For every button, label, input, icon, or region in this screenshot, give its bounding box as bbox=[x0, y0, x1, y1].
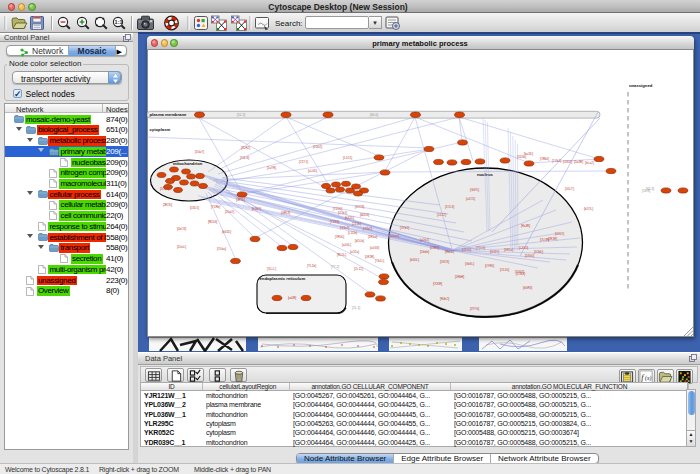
svg-text:[YRGL]: [YRGL] bbox=[335, 235, 344, 239]
svg-text:[bG1D]: [bG1D] bbox=[222, 230, 231, 234]
svg-text:[b2OL]: [b2OL] bbox=[584, 207, 593, 211]
svg-text:[DO1Y]: [DO1Y] bbox=[160, 187, 169, 191]
svg-text:[D3O3]: [D3O3] bbox=[440, 260, 449, 264]
svg-text:[3Raa]: [3Raa] bbox=[368, 235, 377, 239]
svg-text:[DO1Y]: [DO1Y] bbox=[490, 250, 499, 254]
svg-text:[bDLb]: [bDLb] bbox=[355, 239, 364, 243]
svg-text:[a0O1]: [a0O1] bbox=[466, 197, 475, 201]
svg-text:[a0GL]: [a0GL] bbox=[342, 243, 351, 247]
svg-text:[0aaa]: [0aaa] bbox=[390, 234, 399, 238]
svg-text:[0RYD]: [0RYD] bbox=[236, 198, 245, 202]
svg-text:[51.2]: [51.2] bbox=[237, 113, 245, 117]
svg-text:[1aYR]: [1aYR] bbox=[267, 166, 276, 170]
svg-text:[3LLL]: [3LLL] bbox=[267, 267, 276, 271]
svg-text:[Y2D0]: [Y2D0] bbox=[333, 207, 342, 211]
svg-text:[D0aY]: [D0aY] bbox=[195, 150, 204, 154]
svg-text:[YL1b]: [YL1b] bbox=[307, 264, 316, 268]
svg-text:[03D1]: [03D1] bbox=[190, 206, 199, 210]
svg-text:[DRbR]: [DRbR] bbox=[455, 275, 464, 279]
svg-text:[60.0]: [60.0] bbox=[370, 113, 378, 117]
svg-text:[D0aL]: [D0aL] bbox=[177, 245, 186, 249]
svg-text:[3YYG]: [3YYG] bbox=[470, 307, 479, 311]
svg-text:[OODR]: [OODR] bbox=[433, 282, 442, 286]
svg-text:[OLba]: [OLba] bbox=[217, 247, 226, 251]
svg-text:[aL0D]: [aL0D] bbox=[308, 169, 317, 173]
svg-text:[L2GO]: [L2GO] bbox=[519, 246, 528, 250]
svg-text:[GGYL]: [GGYL] bbox=[470, 188, 479, 192]
svg-text:[GRL3]: [GRL3] bbox=[281, 211, 290, 215]
svg-text:[2R1R]: [2R1R] bbox=[548, 237, 557, 241]
svg-text:[a0G3]: [a0G3] bbox=[370, 246, 379, 250]
svg-text:[1OL3]: [1OL3] bbox=[445, 205, 454, 209]
svg-text:endoplasmic reticulum: endoplasmic reticulum bbox=[260, 276, 306, 281]
svg-text:[1Ob3]: [1Ob3] bbox=[516, 272, 525, 276]
svg-text:cytoplasm: cytoplasm bbox=[150, 127, 171, 132]
svg-text:[00LY]: [00LY] bbox=[565, 187, 574, 191]
svg-text:[bGDL]: [bGDL] bbox=[410, 258, 419, 262]
svg-text:[LR2R]: [LR2R] bbox=[365, 255, 374, 259]
svg-text:[R0bO]: [R0bO] bbox=[440, 297, 449, 301]
svg-text:[Da3R]: [Da3R] bbox=[574, 160, 583, 164]
svg-text:[O1b1]: [O1b1] bbox=[338, 211, 347, 215]
svg-text:[Gb3L]: [Gb3L] bbox=[465, 262, 474, 266]
svg-text:[1Yb2]: [1Yb2] bbox=[552, 159, 561, 163]
svg-text:mitochondrion: mitochondrion bbox=[173, 161, 203, 166]
svg-text:[1OO3]: [1OO3] bbox=[355, 205, 364, 209]
svg-text:[O2D2]: [O2D2] bbox=[563, 160, 572, 164]
svg-text:[D3G0]: [D3G0] bbox=[525, 254, 534, 258]
svg-text:[bDDG]: [bDDG] bbox=[360, 213, 369, 217]
svg-text:[20aO]: [20aO] bbox=[225, 210, 234, 214]
svg-text:[21Y1]: [21Y1] bbox=[299, 160, 308, 164]
svg-text:[O1YD]: [O1YD] bbox=[462, 248, 471, 252]
svg-text:[RLDL]: [RLDL] bbox=[337, 253, 346, 257]
svg-text:[0122]: [0122] bbox=[437, 213, 446, 217]
svg-text:[2L11]: [2L11] bbox=[354, 267, 363, 271]
svg-text:[3Yb2]: [3Yb2] bbox=[400, 226, 409, 230]
svg-text:[Y1L0]: [Y1L0] bbox=[476, 246, 485, 250]
svg-text:unassigned: unassigned bbox=[629, 83, 653, 88]
svg-text:[Y33G]: [Y33G] bbox=[330, 220, 339, 224]
svg-text:[aDb2]: [aDb2] bbox=[420, 238, 429, 242]
svg-text:[1ObD]: [1ObD] bbox=[534, 250, 543, 254]
svg-text:[Ra3R]: [Ra3R] bbox=[521, 224, 530, 228]
svg-text:[ba3D]: [ba3D] bbox=[524, 152, 533, 156]
svg-text:[OYbO]: [OYbO] bbox=[363, 227, 372, 231]
svg-text:[000O]: [000O] bbox=[555, 232, 564, 236]
svg-text:[RbLD]: [RbLD] bbox=[445, 250, 454, 254]
svg-text:[212b]: [212b] bbox=[352, 222, 361, 226]
svg-text:[2ROD]: [2ROD] bbox=[163, 203, 172, 207]
svg-text:[G3a2]: [G3a2] bbox=[340, 226, 349, 230]
svg-text:[aYRD]: [aYRD] bbox=[430, 246, 439, 250]
svg-text:[L1Db]: [L1Db] bbox=[348, 231, 357, 235]
svg-text:[DR1a]: [DR1a] bbox=[504, 248, 513, 252]
svg-text:[aO2a]: [aO2a] bbox=[350, 250, 359, 254]
svg-text:[65.3]: [65.3] bbox=[646, 187, 654, 191]
svg-text:[ORb1]: [ORb1] bbox=[540, 157, 549, 161]
svg-text:[bLa2]: [bLa2] bbox=[585, 161, 594, 165]
svg-text:[0YR0]: [0YR0] bbox=[485, 264, 494, 268]
svg-text:[Y0LG]: [Y0LG] bbox=[240, 156, 249, 160]
svg-text:[b32D]: [b32D] bbox=[345, 216, 354, 220]
svg-text:[b1bO]: [b1bO] bbox=[252, 207, 261, 211]
svg-text:[OL30]: [OL30] bbox=[500, 268, 509, 272]
svg-text:[Yb1L]: [Yb1L] bbox=[375, 259, 384, 263]
svg-text:[1G02]: [1G02] bbox=[313, 145, 322, 149]
svg-text:[1DR2]: [1DR2] bbox=[241, 146, 250, 150]
svg-text:[11.1]: [11.1] bbox=[352, 306, 360, 310]
svg-text:[aaDR]: [aaDR] bbox=[288, 296, 296, 300]
svg-text:[Y1Rb]: [Y1Rb] bbox=[211, 205, 220, 209]
svg-text:plasma membrane: plasma membrane bbox=[150, 112, 187, 117]
svg-text:[RD1G]: [RD1G] bbox=[208, 220, 217, 224]
svg-text:[0bO3]: [0bO3] bbox=[177, 227, 186, 231]
svg-text:[bGR3]: [bGR3] bbox=[523, 286, 532, 290]
svg-text:[77.2]: [77.2] bbox=[331, 265, 339, 269]
svg-text:[LD11]: [LD11] bbox=[343, 156, 352, 160]
svg-text:[Dbbb]: [Dbbb] bbox=[420, 250, 429, 254]
